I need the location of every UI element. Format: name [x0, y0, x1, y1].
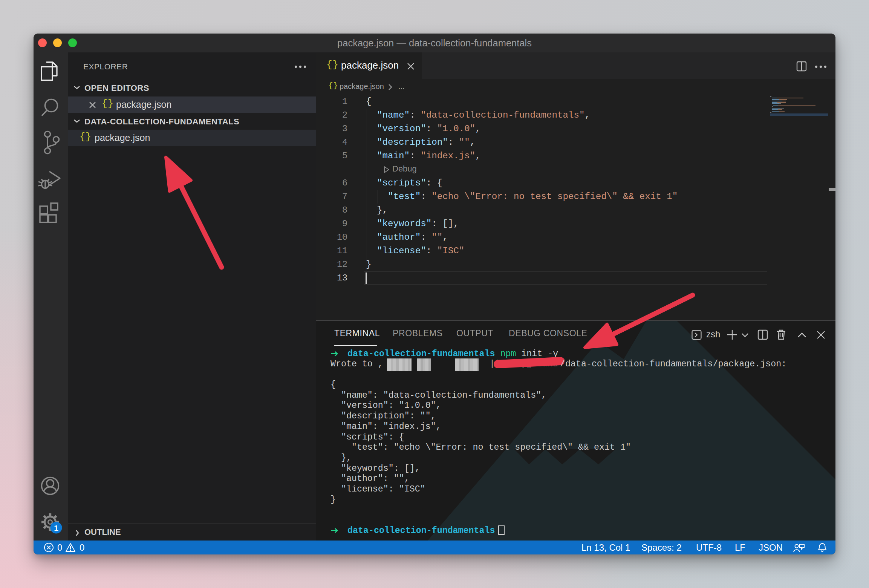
svg-text:1: 1 — [54, 524, 58, 532]
